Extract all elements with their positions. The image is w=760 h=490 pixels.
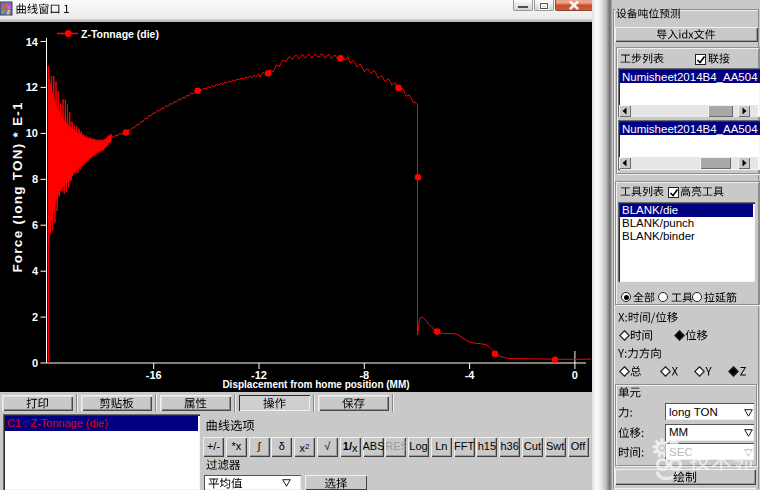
svg-text:Displacement from home positio: Displacement from home position (MM): [222, 379, 409, 390]
svg-text:-4: -4: [465, 369, 476, 381]
svg-text:Force (long TON) * E-1: Force (long TON) * E-1: [10, 101, 25, 272]
svg-text:-16: -16: [146, 369, 162, 381]
svg-text:14: 14: [26, 36, 39, 48]
svg-text:Z-Tonnage (die): Z-Tonnage (die): [81, 28, 159, 40]
svg-text:10: 10: [26, 127, 38, 139]
svg-text:8: 8: [32, 173, 38, 185]
svg-text:0: 0: [32, 357, 38, 369]
svg-text:0: 0: [572, 369, 578, 381]
svg-text:6: 6: [32, 219, 38, 231]
svg-text:12: 12: [26, 81, 38, 93]
svg-text:4: 4: [32, 265, 39, 277]
svg-text:2: 2: [32, 311, 38, 323]
